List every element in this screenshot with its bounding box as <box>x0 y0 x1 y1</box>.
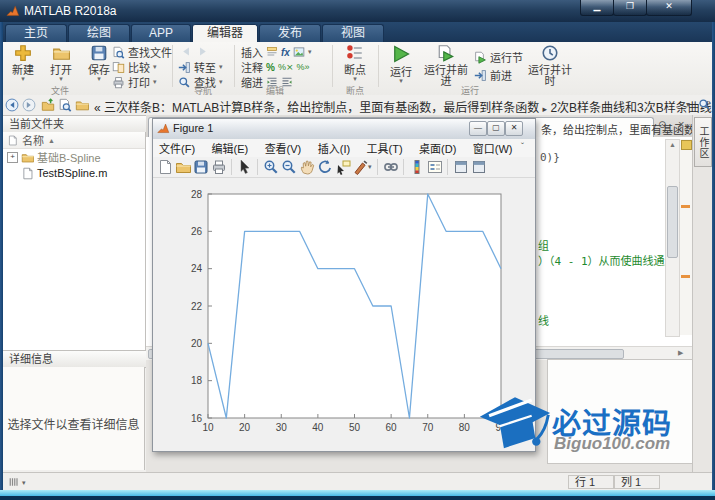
svg-text:22: 22 <box>191 301 203 312</box>
run-section-button[interactable]: 运行节 <box>474 50 523 64</box>
svg-text:16: 16 <box>191 413 203 424</box>
advance-button[interactable]: 前进 <box>474 68 512 82</box>
tab-publish[interactable]: 发布 <box>259 24 321 42</box>
menubar-overflow-icon[interactable]: ˇ <box>521 141 524 151</box>
svg-text:10: 10 <box>202 422 214 433</box>
wrap-comment-icon: %» <box>296 62 309 72</box>
menu-view[interactable]: 查看(V) <box>259 140 308 158</box>
window-left-edge <box>0 22 3 490</box>
main-titlebar[interactable]: MATLAB R2018a ▁ ❐ ✕ <box>0 0 715 22</box>
run-section-icon <box>474 51 487 64</box>
colorbar-icon[interactable] <box>409 159 425 175</box>
breakpoints-button[interactable]: 断点▾ <box>338 44 372 82</box>
statusbar-grid-icon[interactable] <box>8 476 20 488</box>
menu-insert[interactable]: 插入(I) <box>312 140 356 158</box>
browse-folder-icon[interactable] <box>58 98 72 112</box>
breadcrumb: « 三次样条B：MATLAB计算B样条，给出控制点，里面有基函数，最后得到样条函… <box>94 98 715 115</box>
run-time-button[interactable]: 运行并计时 <box>528 44 572 87</box>
legend-icon[interactable] <box>427 159 443 175</box>
fig-save-icon[interactable] <box>193 159 209 175</box>
brush-icon[interactable] <box>353 159 369 175</box>
find-files-button[interactable]: 查找文件 <box>112 45 172 59</box>
warning-marker-2[interactable] <box>681 275 690 278</box>
figure-logo-icon <box>157 122 170 135</box>
figure-maximize-button[interactable]: ▢ <box>487 121 505 136</box>
rotate3d-icon[interactable] <box>317 159 333 175</box>
menu-window[interactable]: 窗口(W) <box>467 140 519 158</box>
advance-icon <box>474 69 487 82</box>
new-button[interactable]: 新建▾ <box>4 44 42 82</box>
back-icon[interactable] <box>180 45 193 58</box>
open-button[interactable]: 打开▾ <box>42 44 80 82</box>
vscroll-thumb[interactable] <box>667 186 678 258</box>
fig-open-icon[interactable] <box>175 159 191 175</box>
figure-titlebar[interactable]: Figure 1 — ▢ ✕ <box>153 119 535 140</box>
maximize-button[interactable]: ❐ <box>613 0 647 16</box>
nav-forward-icon[interactable] <box>22 98 36 112</box>
data-cursor-icon[interactable] <box>335 159 351 175</box>
tab-home[interactable]: 主页 <box>5 24 67 42</box>
editor-vscrollbar[interactable]: ▲ <box>665 139 680 337</box>
file-row-folder[interactable]: + 基础B-Spline <box>3 149 145 165</box>
dock-figure-icon[interactable] <box>453 159 469 175</box>
undock-figure-icon[interactable] <box>471 159 487 175</box>
warning-marker-1[interactable] <box>681 205 690 208</box>
file-row-mfile[interactable]: TestBSpline.m <box>3 165 145 181</box>
up-folder-icon[interactable] <box>41 98 55 112</box>
current-folder-header[interactable]: 当前文件夹 <box>3 115 152 133</box>
ribbon-tab-row: 主页 绘图 APP 编辑器 发布 视图 ▾ 登录 <box>0 22 715 42</box>
link-plot-icon[interactable] <box>383 159 399 175</box>
comment-button[interactable]: 注释 % %⨯ %» <box>241 60 309 74</box>
menu-edit[interactable]: 编辑(E) <box>206 140 255 158</box>
nav-back-icon[interactable] <box>5 98 19 112</box>
svg-text:24: 24 <box>191 263 203 274</box>
editor-tab-close-icon[interactable]: × <box>678 118 684 130</box>
minimize-button[interactable]: ▁ <box>580 0 614 16</box>
zoom-in-icon[interactable] <box>263 159 279 175</box>
folder-icon <box>21 151 34 164</box>
goto-button[interactable]: 转至▾ <box>178 60 223 74</box>
tab-apps[interactable]: APP <box>131 24 191 42</box>
pan-icon[interactable] <box>299 159 315 175</box>
menu-file[interactable]: 文件(F) <box>153 140 201 158</box>
tab-plots[interactable]: 绘图 <box>68 24 130 42</box>
fig-print-icon[interactable] <box>211 159 227 175</box>
collapse-chip-icon[interactable] <box>681 140 692 150</box>
breadcrumb-seg2[interactable]: 2次B样条曲线和3次B样条曲线的matlab绘制，适用于初学者 <box>550 101 715 115</box>
zoom-out-icon[interactable] <box>281 159 297 175</box>
print-button[interactable]: 打印▾ <box>112 75 157 89</box>
svg-text:30: 30 <box>276 422 288 433</box>
insert-image-icon <box>293 46 305 58</box>
breadcrumb-search-icon[interactable] <box>698 98 711 111</box>
ribbon-toolbar: 新建▾ 打开▾ 保存▾ 查找文件 比较▾ 打印▾ 文件 转至▾ 查找▾ 导航 插… <box>0 42 715 96</box>
brush-dropdown-icon[interactable]: ▾ <box>368 163 372 171</box>
fig-pointer-icon[interactable] <box>237 159 253 175</box>
details-header[interactable]: 详细信息 <box>3 350 152 368</box>
scroll-right-icon[interactable]: ▶ <box>678 349 683 357</box>
breadcrumb-dropdown-icon[interactable]: ▾ <box>686 100 690 109</box>
expand-icon[interactable]: + <box>7 152 18 163</box>
menu-desktop[interactable]: 桌面(D) <box>413 140 462 158</box>
find-files-icon <box>112 46 125 59</box>
run-button[interactable]: 运行▾ <box>385 44 417 84</box>
statusbar-dropdown-icon[interactable]: ▾ <box>22 479 26 487</box>
svg-text:18: 18 <box>191 375 203 386</box>
breadcrumb-seg1[interactable]: 三次样条B：MATLAB计算B样条，给出控制点，里面有基函数，最后得到样条函数 <box>104 101 539 115</box>
fig-new-icon[interactable] <box>157 159 173 175</box>
figure-minimize-button[interactable]: — <box>469 121 487 136</box>
scroll-up-icon[interactable]: ▲ <box>666 140 679 150</box>
tab-editor[interactable]: 编辑器 <box>192 24 258 42</box>
menu-tools[interactable]: 工具(T) <box>361 140 409 158</box>
tab-view[interactable]: 视图 <box>322 24 384 42</box>
workspace-vertical-tab[interactable]: 工作区 <box>694 117 712 167</box>
close-button[interactable]: ✕ <box>646 0 692 16</box>
forward-icon[interactable] <box>196 45 209 58</box>
figure-close-button[interactable]: ✕ <box>505 121 523 136</box>
name-column-header[interactable]: 名称 ▲ <box>3 132 145 149</box>
sort-asc-icon: ▲ <box>48 137 55 144</box>
run-advance-button[interactable]: 运行并前进 <box>424 44 468 87</box>
tab-overflow-icon[interactable]: ⊙ <box>658 119 666 130</box>
compare-button[interactable]: 比较▾ <box>112 60 157 74</box>
figure-menubar: 文件(F) 编辑(E) 查看(V) 插入(I) 工具(T) 桌面(D) 窗口(W… <box>153 139 535 158</box>
insert-button[interactable]: 插入 fx ▾ <box>241 45 311 59</box>
